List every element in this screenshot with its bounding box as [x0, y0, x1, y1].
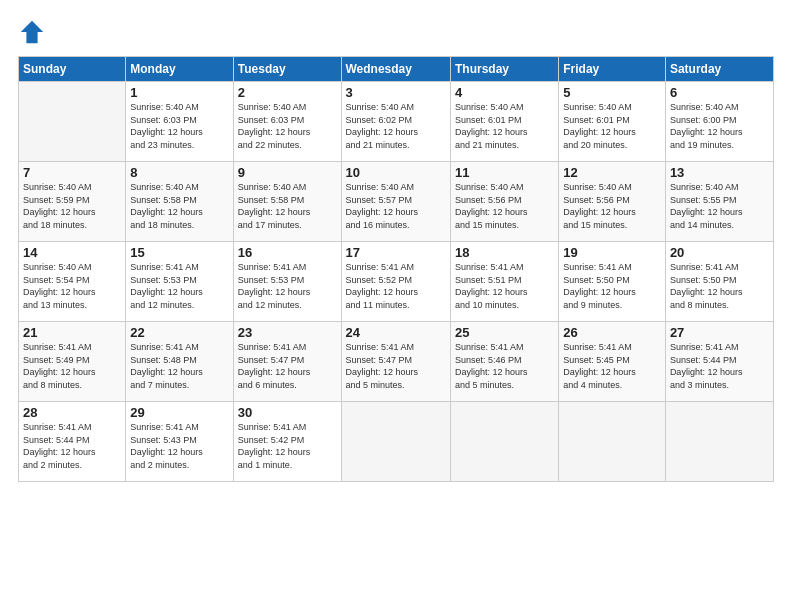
header-cell-friday: Friday	[559, 57, 666, 82]
day-info: Sunrise: 5:40 AM Sunset: 5:58 PM Dayligh…	[130, 181, 228, 231]
day-number: 10	[346, 165, 446, 180]
calendar-cell: 14Sunrise: 5:40 AM Sunset: 5:54 PM Dayli…	[19, 242, 126, 322]
header-cell-monday: Monday	[126, 57, 233, 82]
calendar-cell	[665, 402, 773, 482]
day-info: Sunrise: 5:41 AM Sunset: 5:51 PM Dayligh…	[455, 261, 554, 311]
header	[18, 18, 774, 46]
logo	[18, 18, 50, 46]
day-info: Sunrise: 5:41 AM Sunset: 5:52 PM Dayligh…	[346, 261, 446, 311]
day-info: Sunrise: 5:41 AM Sunset: 5:46 PM Dayligh…	[455, 341, 554, 391]
header-cell-tuesday: Tuesday	[233, 57, 341, 82]
calendar-header-row: SundayMondayTuesdayWednesdayThursdayFrid…	[19, 57, 774, 82]
day-number: 11	[455, 165, 554, 180]
day-info: Sunrise: 5:40 AM Sunset: 6:01 PM Dayligh…	[563, 101, 661, 151]
day-info: Sunrise: 5:41 AM Sunset: 5:53 PM Dayligh…	[130, 261, 228, 311]
day-number: 17	[346, 245, 446, 260]
day-number: 9	[238, 165, 337, 180]
day-number: 15	[130, 245, 228, 260]
day-info: Sunrise: 5:40 AM Sunset: 5:56 PM Dayligh…	[563, 181, 661, 231]
day-number: 16	[238, 245, 337, 260]
calendar-cell: 26Sunrise: 5:41 AM Sunset: 5:45 PM Dayli…	[559, 322, 666, 402]
day-info: Sunrise: 5:41 AM Sunset: 5:44 PM Dayligh…	[670, 341, 769, 391]
header-cell-wednesday: Wednesday	[341, 57, 450, 82]
calendar-cell: 23Sunrise: 5:41 AM Sunset: 5:47 PM Dayli…	[233, 322, 341, 402]
day-info: Sunrise: 5:41 AM Sunset: 5:45 PM Dayligh…	[563, 341, 661, 391]
day-info: Sunrise: 5:40 AM Sunset: 5:57 PM Dayligh…	[346, 181, 446, 231]
day-info: Sunrise: 5:41 AM Sunset: 5:47 PM Dayligh…	[238, 341, 337, 391]
day-number: 25	[455, 325, 554, 340]
day-info: Sunrise: 5:41 AM Sunset: 5:50 PM Dayligh…	[563, 261, 661, 311]
calendar-cell	[559, 402, 666, 482]
calendar-cell: 1Sunrise: 5:40 AM Sunset: 6:03 PM Daylig…	[126, 82, 233, 162]
day-number: 20	[670, 245, 769, 260]
day-info: Sunrise: 5:40 AM Sunset: 5:59 PM Dayligh…	[23, 181, 121, 231]
day-number: 14	[23, 245, 121, 260]
day-number: 27	[670, 325, 769, 340]
calendar-cell: 10Sunrise: 5:40 AM Sunset: 5:57 PM Dayli…	[341, 162, 450, 242]
calendar-cell: 22Sunrise: 5:41 AM Sunset: 5:48 PM Dayli…	[126, 322, 233, 402]
header-cell-saturday: Saturday	[665, 57, 773, 82]
day-number: 5	[563, 85, 661, 100]
day-info: Sunrise: 5:41 AM Sunset: 5:48 PM Dayligh…	[130, 341, 228, 391]
day-info: Sunrise: 5:40 AM Sunset: 5:58 PM Dayligh…	[238, 181, 337, 231]
day-number: 3	[346, 85, 446, 100]
day-number: 19	[563, 245, 661, 260]
day-number: 1	[130, 85, 228, 100]
day-info: Sunrise: 5:41 AM Sunset: 5:49 PM Dayligh…	[23, 341, 121, 391]
day-number: 29	[130, 405, 228, 420]
calendar-cell: 15Sunrise: 5:41 AM Sunset: 5:53 PM Dayli…	[126, 242, 233, 322]
calendar-week-3: 14Sunrise: 5:40 AM Sunset: 5:54 PM Dayli…	[19, 242, 774, 322]
calendar-cell	[19, 82, 126, 162]
calendar-cell: 4Sunrise: 5:40 AM Sunset: 6:01 PM Daylig…	[450, 82, 558, 162]
calendar-cell: 19Sunrise: 5:41 AM Sunset: 5:50 PM Dayli…	[559, 242, 666, 322]
calendar-week-1: 1Sunrise: 5:40 AM Sunset: 6:03 PM Daylig…	[19, 82, 774, 162]
calendar-table: SundayMondayTuesdayWednesdayThursdayFrid…	[18, 56, 774, 482]
day-number: 22	[130, 325, 228, 340]
calendar-cell: 3Sunrise: 5:40 AM Sunset: 6:02 PM Daylig…	[341, 82, 450, 162]
calendar-cell: 29Sunrise: 5:41 AM Sunset: 5:43 PM Dayli…	[126, 402, 233, 482]
calendar-cell: 9Sunrise: 5:40 AM Sunset: 5:58 PM Daylig…	[233, 162, 341, 242]
calendar-cell	[341, 402, 450, 482]
calendar-cell: 20Sunrise: 5:41 AM Sunset: 5:50 PM Dayli…	[665, 242, 773, 322]
header-cell-thursday: Thursday	[450, 57, 558, 82]
day-number: 30	[238, 405, 337, 420]
day-info: Sunrise: 5:40 AM Sunset: 5:54 PM Dayligh…	[23, 261, 121, 311]
day-number: 18	[455, 245, 554, 260]
svg-marker-0	[21, 21, 43, 43]
day-number: 13	[670, 165, 769, 180]
day-number: 7	[23, 165, 121, 180]
calendar-cell: 28Sunrise: 5:41 AM Sunset: 5:44 PM Dayli…	[19, 402, 126, 482]
calendar-cell: 2Sunrise: 5:40 AM Sunset: 6:03 PM Daylig…	[233, 82, 341, 162]
calendar-cell: 5Sunrise: 5:40 AM Sunset: 6:01 PM Daylig…	[559, 82, 666, 162]
day-info: Sunrise: 5:40 AM Sunset: 6:01 PM Dayligh…	[455, 101, 554, 151]
calendar-cell: 24Sunrise: 5:41 AM Sunset: 5:47 PM Dayli…	[341, 322, 450, 402]
day-number: 23	[238, 325, 337, 340]
calendar-cell: 8Sunrise: 5:40 AM Sunset: 5:58 PM Daylig…	[126, 162, 233, 242]
day-info: Sunrise: 5:40 AM Sunset: 6:00 PM Dayligh…	[670, 101, 769, 151]
day-number: 24	[346, 325, 446, 340]
day-info: Sunrise: 5:41 AM Sunset: 5:47 PM Dayligh…	[346, 341, 446, 391]
page: SundayMondayTuesdayWednesdayThursdayFrid…	[0, 0, 792, 612]
calendar-cell: 16Sunrise: 5:41 AM Sunset: 5:53 PM Dayli…	[233, 242, 341, 322]
day-number: 28	[23, 405, 121, 420]
calendar-cell	[450, 402, 558, 482]
day-info: Sunrise: 5:40 AM Sunset: 5:55 PM Dayligh…	[670, 181, 769, 231]
logo-icon	[18, 18, 46, 46]
day-info: Sunrise: 5:41 AM Sunset: 5:50 PM Dayligh…	[670, 261, 769, 311]
day-number: 26	[563, 325, 661, 340]
calendar-cell: 17Sunrise: 5:41 AM Sunset: 5:52 PM Dayli…	[341, 242, 450, 322]
calendar-cell: 30Sunrise: 5:41 AM Sunset: 5:42 PM Dayli…	[233, 402, 341, 482]
calendar-cell: 25Sunrise: 5:41 AM Sunset: 5:46 PM Dayli…	[450, 322, 558, 402]
day-info: Sunrise: 5:41 AM Sunset: 5:42 PM Dayligh…	[238, 421, 337, 471]
calendar-cell: 7Sunrise: 5:40 AM Sunset: 5:59 PM Daylig…	[19, 162, 126, 242]
day-number: 12	[563, 165, 661, 180]
day-number: 21	[23, 325, 121, 340]
calendar-cell: 12Sunrise: 5:40 AM Sunset: 5:56 PM Dayli…	[559, 162, 666, 242]
day-info: Sunrise: 5:41 AM Sunset: 5:43 PM Dayligh…	[130, 421, 228, 471]
calendar-cell: 11Sunrise: 5:40 AM Sunset: 5:56 PM Dayli…	[450, 162, 558, 242]
calendar-week-2: 7Sunrise: 5:40 AM Sunset: 5:59 PM Daylig…	[19, 162, 774, 242]
calendar-cell: 6Sunrise: 5:40 AM Sunset: 6:00 PM Daylig…	[665, 82, 773, 162]
day-info: Sunrise: 5:41 AM Sunset: 5:53 PM Dayligh…	[238, 261, 337, 311]
day-number: 2	[238, 85, 337, 100]
day-number: 4	[455, 85, 554, 100]
